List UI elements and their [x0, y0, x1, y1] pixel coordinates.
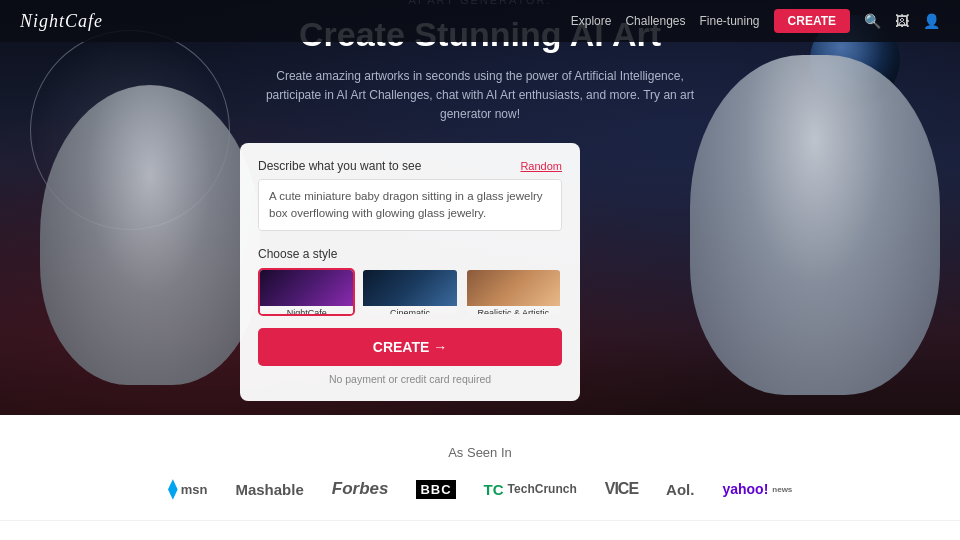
- yahoo-news: news: [772, 485, 792, 494]
- logo-forbes: Forbes: [332, 479, 389, 499]
- hero-content: AI ART GENERATOR: Create Stunning AI Art…: [240, 0, 720, 401]
- style-options-row: NightCafe Cinematic Realistic & Artistic: [258, 268, 562, 316]
- style-thumb-nightcafe: [260, 270, 353, 306]
- community-section: AI Art Generator Community Join millions…: [0, 520, 960, 540]
- create-button[interactable]: CREATE →: [258, 328, 562, 366]
- search-icon[interactable]: 🔍: [864, 13, 881, 29]
- style-thumb-realistic: [467, 270, 560, 306]
- nav-explore[interactable]: Explore: [571, 14, 612, 28]
- create-form-card: Describe what you want to see Random A c…: [240, 143, 580, 401]
- prompt-textarea[interactable]: A cute miniature baby dragon sitting in …: [258, 179, 562, 231]
- style-name-nightcafe: NightCafe: [260, 306, 353, 316]
- logo-techcrunch: TC TechCrunch: [484, 481, 577, 498]
- logo-bbc: BBC: [416, 480, 455, 499]
- prompt-label: Describe what you want to see: [258, 159, 421, 173]
- style-name-cinematic: Cinematic: [363, 306, 456, 316]
- style-thumb-cinematic: [363, 270, 456, 306]
- aol-text: Aol.: [666, 481, 694, 498]
- msn-text: msn: [181, 482, 208, 497]
- navbar: NightCafe Explore Challenges Fine-tuning…: [0, 0, 960, 42]
- hero-description: Create amazing artworks in seconds using…: [240, 67, 720, 125]
- tc-text: TC: [484, 481, 504, 498]
- astronaut-left: [40, 85, 260, 385]
- hero-section: AI ART GENERATOR: Create Stunning AI Art…: [0, 0, 960, 415]
- nav-finetuning[interactable]: Fine-tuning: [700, 14, 760, 28]
- prompt-label-row: Describe what you want to see Random: [258, 159, 562, 173]
- user-avatar-icon[interactable]: 👤: [923, 13, 940, 29]
- logo-yahoo: yahoo! news: [722, 481, 792, 497]
- site-logo[interactable]: NightCafe: [20, 11, 103, 32]
- style-option-cinematic[interactable]: Cinematic: [361, 268, 458, 316]
- style-option-realistic[interactable]: Realistic & Artistic: [465, 268, 562, 316]
- style-name-realistic: Realistic & Artistic: [467, 306, 560, 316]
- style-option-nightcafe[interactable]: NightCafe: [258, 268, 355, 316]
- astronaut-right: [690, 55, 940, 395]
- vice-text: VICE: [605, 480, 638, 498]
- techcrunch-text: TechCrunch: [508, 482, 577, 496]
- logo-mashable: Mashable: [235, 481, 303, 498]
- logo-aol: Aol.: [666, 481, 694, 498]
- yahoo-text: yahoo!: [722, 481, 768, 497]
- logo-vice: VICE: [605, 480, 638, 498]
- random-link[interactable]: Random: [520, 160, 562, 172]
- nav-create-button[interactable]: CREATE: [774, 9, 850, 33]
- navbar-right: Explore Challenges Fine-tuning CREATE 🔍 …: [571, 9, 940, 33]
- logo-msn: ⧫ msn: [168, 478, 208, 500]
- logos-row: ⧫ msn Mashable Forbes BBC TC TechCrunch …: [20, 478, 940, 500]
- nav-challenges[interactable]: Challenges: [625, 14, 685, 28]
- forbes-text: Forbes: [332, 479, 389, 499]
- mashable-text: Mashable: [235, 481, 303, 498]
- style-label: Choose a style: [258, 247, 562, 261]
- msn-butterfly-icon: ⧫: [168, 478, 177, 500]
- image-icon[interactable]: 🖼: [895, 13, 909, 29]
- as-seen-in-section: As Seen In ⧫ msn Mashable Forbes BBC TC …: [0, 415, 960, 520]
- bbc-text: BBC: [416, 480, 455, 499]
- no-payment-text: No payment or credit card required: [258, 373, 562, 385]
- as-seen-label: As Seen In: [20, 445, 940, 460]
